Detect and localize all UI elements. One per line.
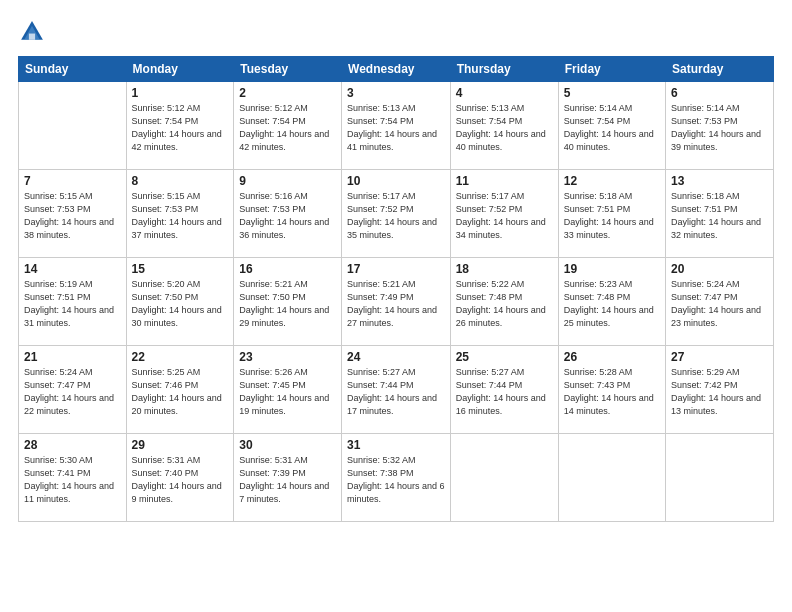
daylight-text: Daylight: 14 hours and 40 minutes. <box>456 129 546 152</box>
sunrise-text: Sunrise: 5:21 AM <box>347 279 416 289</box>
sunset-text: Sunset: 7:44 PM <box>456 380 523 390</box>
daylight-text: Daylight: 14 hours and 31 minutes. <box>24 305 114 328</box>
day-number: 15 <box>132 262 229 276</box>
sunset-text: Sunset: 7:54 PM <box>239 116 306 126</box>
daylight-text: Daylight: 14 hours and 14 minutes. <box>564 393 654 416</box>
week-row-3: 14 Sunrise: 5:19 AM Sunset: 7:51 PM Dayl… <box>19 258 774 346</box>
day-info: Sunrise: 5:31 AM Sunset: 7:39 PM Dayligh… <box>239 454 336 506</box>
day-info: Sunrise: 5:21 AM Sunset: 7:49 PM Dayligh… <box>347 278 445 330</box>
day-cell: 7 Sunrise: 5:15 AM Sunset: 7:53 PM Dayli… <box>19 170 127 258</box>
daylight-text: Daylight: 14 hours and 22 minutes. <box>24 393 114 416</box>
sunset-text: Sunset: 7:47 PM <box>671 292 738 302</box>
day-number: 2 <box>239 86 336 100</box>
daylight-text: Daylight: 14 hours and 37 minutes. <box>132 217 222 240</box>
day-cell: 25 Sunrise: 5:27 AM Sunset: 7:44 PM Dayl… <box>450 346 558 434</box>
sunset-text: Sunset: 7:43 PM <box>564 380 631 390</box>
day-info: Sunrise: 5:13 AM Sunset: 7:54 PM Dayligh… <box>347 102 445 154</box>
sunrise-text: Sunrise: 5:29 AM <box>671 367 740 377</box>
day-cell <box>558 434 665 522</box>
daylight-text: Daylight: 14 hours and 16 minutes. <box>456 393 546 416</box>
day-info: Sunrise: 5:31 AM Sunset: 7:40 PM Dayligh… <box>132 454 229 506</box>
day-info: Sunrise: 5:24 AM Sunset: 7:47 PM Dayligh… <box>24 366 121 418</box>
day-cell: 2 Sunrise: 5:12 AM Sunset: 7:54 PM Dayli… <box>234 82 342 170</box>
day-number: 4 <box>456 86 553 100</box>
day-cell: 4 Sunrise: 5:13 AM Sunset: 7:54 PM Dayli… <box>450 82 558 170</box>
sunrise-text: Sunrise: 5:27 AM <box>347 367 416 377</box>
day-info: Sunrise: 5:20 AM Sunset: 7:50 PM Dayligh… <box>132 278 229 330</box>
sunset-text: Sunset: 7:45 PM <box>239 380 306 390</box>
sunset-text: Sunset: 7:41 PM <box>24 468 91 478</box>
day-number: 11 <box>456 174 553 188</box>
day-info: Sunrise: 5:25 AM Sunset: 7:46 PM Dayligh… <box>132 366 229 418</box>
sunrise-text: Sunrise: 5:20 AM <box>132 279 201 289</box>
col-friday: Friday <box>558 57 665 82</box>
sunset-text: Sunset: 7:44 PM <box>347 380 414 390</box>
day-info: Sunrise: 5:17 AM Sunset: 7:52 PM Dayligh… <box>347 190 445 242</box>
daylight-text: Daylight: 14 hours and 11 minutes. <box>24 481 114 504</box>
day-cell: 3 Sunrise: 5:13 AM Sunset: 7:54 PM Dayli… <box>342 82 451 170</box>
sunrise-text: Sunrise: 5:24 AM <box>671 279 740 289</box>
sunset-text: Sunset: 7:50 PM <box>239 292 306 302</box>
sunset-text: Sunset: 7:53 PM <box>132 204 199 214</box>
day-number: 31 <box>347 438 445 452</box>
day-cell: 16 Sunrise: 5:21 AM Sunset: 7:50 PM Dayl… <box>234 258 342 346</box>
sunrise-text: Sunrise: 5:15 AM <box>132 191 201 201</box>
day-cell: 8 Sunrise: 5:15 AM Sunset: 7:53 PM Dayli… <box>126 170 234 258</box>
sunrise-text: Sunrise: 5:18 AM <box>564 191 633 201</box>
day-info: Sunrise: 5:32 AM Sunset: 7:38 PM Dayligh… <box>347 454 445 506</box>
daylight-text: Daylight: 14 hours and 32 minutes. <box>671 217 761 240</box>
daylight-text: Daylight: 14 hours and 41 minutes. <box>347 129 437 152</box>
sunrise-text: Sunrise: 5:13 AM <box>347 103 416 113</box>
sunrise-text: Sunrise: 5:24 AM <box>24 367 93 377</box>
day-info: Sunrise: 5:30 AM Sunset: 7:41 PM Dayligh… <box>24 454 121 506</box>
sunset-text: Sunset: 7:53 PM <box>24 204 91 214</box>
sunset-text: Sunset: 7:53 PM <box>239 204 306 214</box>
sunrise-text: Sunrise: 5:26 AM <box>239 367 308 377</box>
day-info: Sunrise: 5:12 AM Sunset: 7:54 PM Dayligh… <box>132 102 229 154</box>
day-number: 10 <box>347 174 445 188</box>
daylight-text: Daylight: 14 hours and 9 minutes. <box>132 481 222 504</box>
sunrise-text: Sunrise: 5:21 AM <box>239 279 308 289</box>
day-info: Sunrise: 5:28 AM Sunset: 7:43 PM Dayligh… <box>564 366 660 418</box>
sunset-text: Sunset: 7:46 PM <box>132 380 199 390</box>
sunrise-text: Sunrise: 5:17 AM <box>347 191 416 201</box>
day-info: Sunrise: 5:14 AM Sunset: 7:54 PM Dayligh… <box>564 102 660 154</box>
daylight-text: Daylight: 14 hours and 35 minutes. <box>347 217 437 240</box>
day-cell: 10 Sunrise: 5:17 AM Sunset: 7:52 PM Dayl… <box>342 170 451 258</box>
day-number: 29 <box>132 438 229 452</box>
sunrise-text: Sunrise: 5:13 AM <box>456 103 525 113</box>
week-row-2: 7 Sunrise: 5:15 AM Sunset: 7:53 PM Dayli… <box>19 170 774 258</box>
sunrise-text: Sunrise: 5:32 AM <box>347 455 416 465</box>
sunset-text: Sunset: 7:54 PM <box>347 116 414 126</box>
day-number: 25 <box>456 350 553 364</box>
day-info: Sunrise: 5:18 AM Sunset: 7:51 PM Dayligh… <box>564 190 660 242</box>
daylight-text: Daylight: 14 hours and 23 minutes. <box>671 305 761 328</box>
day-number: 22 <box>132 350 229 364</box>
day-cell: 12 Sunrise: 5:18 AM Sunset: 7:51 PM Dayl… <box>558 170 665 258</box>
daylight-text: Daylight: 14 hours and 40 minutes. <box>564 129 654 152</box>
day-info: Sunrise: 5:18 AM Sunset: 7:51 PM Dayligh… <box>671 190 768 242</box>
sunset-text: Sunset: 7:48 PM <box>564 292 631 302</box>
sunrise-text: Sunrise: 5:15 AM <box>24 191 93 201</box>
sunrise-text: Sunrise: 5:12 AM <box>132 103 201 113</box>
day-cell: 26 Sunrise: 5:28 AM Sunset: 7:43 PM Dayl… <box>558 346 665 434</box>
day-cell: 29 Sunrise: 5:31 AM Sunset: 7:40 PM Dayl… <box>126 434 234 522</box>
col-monday: Monday <box>126 57 234 82</box>
day-cell: 15 Sunrise: 5:20 AM Sunset: 7:50 PM Dayl… <box>126 258 234 346</box>
daylight-text: Daylight: 14 hours and 13 minutes. <box>671 393 761 416</box>
day-number: 6 <box>671 86 768 100</box>
daylight-text: Daylight: 14 hours and 33 minutes. <box>564 217 654 240</box>
daylight-text: Daylight: 14 hours and 19 minutes. <box>239 393 329 416</box>
col-sunday: Sunday <box>19 57 127 82</box>
day-cell: 31 Sunrise: 5:32 AM Sunset: 7:38 PM Dayl… <box>342 434 451 522</box>
sunrise-text: Sunrise: 5:27 AM <box>456 367 525 377</box>
sunrise-text: Sunrise: 5:14 AM <box>564 103 633 113</box>
day-number: 26 <box>564 350 660 364</box>
week-row-4: 21 Sunrise: 5:24 AM Sunset: 7:47 PM Dayl… <box>19 346 774 434</box>
sunrise-text: Sunrise: 5:18 AM <box>671 191 740 201</box>
sunrise-text: Sunrise: 5:22 AM <box>456 279 525 289</box>
col-saturday: Saturday <box>666 57 774 82</box>
day-info: Sunrise: 5:21 AM Sunset: 7:50 PM Dayligh… <box>239 278 336 330</box>
sunset-text: Sunset: 7:52 PM <box>456 204 523 214</box>
day-info: Sunrise: 5:29 AM Sunset: 7:42 PM Dayligh… <box>671 366 768 418</box>
